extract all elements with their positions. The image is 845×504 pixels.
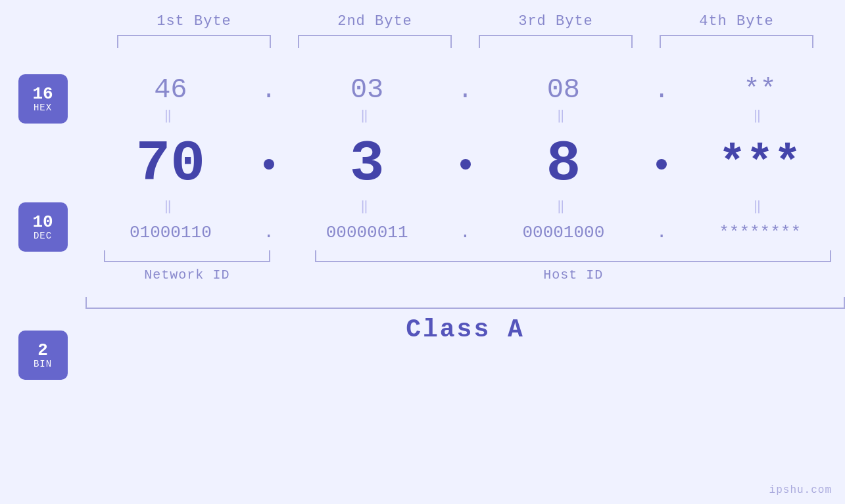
host-id-label: Host ID [543,267,603,283]
byte4-header: 4th Byte [646,13,827,30]
host-bracket-wrap [302,250,845,262]
net-host-labels-row: Network ID Host ID [85,267,845,283]
bin-values-row: 01000110 . 00000011 . 00001000 . [85,222,845,242]
bin-dot1: . [256,222,282,242]
class-label: Class A [85,315,845,344]
byte1-header: 1st Byte [104,13,285,30]
dec-b1-value: 70 [136,131,206,196]
hex-b2-cell: 03 [282,74,452,106]
full-width-bracket [85,297,845,309]
dec-b3-value: 8 [546,131,581,196]
byte2-header: 2nd Byte [285,13,466,30]
hex-dot3: . [648,76,675,104]
bottom-brackets-row [85,250,845,262]
bin-b2-cell: 00000011 [282,223,452,242]
watermark: ipshu.com [769,484,832,496]
hex-b1-cell: 46 [85,74,256,106]
data-rows-wrapper: 46 . 03 . 08 . ** [85,61,845,504]
bin-badge-number: 2 [37,341,48,360]
dec-values-row: 70 3 8 *** [85,131,845,196]
bin-b4-cell: ******** [675,223,845,242]
main-container: 1st Byte 2nd Byte 3rd Byte 4th Byte 16 H… [0,0,845,504]
top-bracket-1 [117,35,271,48]
sep-dec-bin: ‖ ‖ ‖ ‖ [85,198,845,214]
dec-b4-value: *** [719,138,802,190]
top-bracket-4 [660,35,813,48]
dec-badge: 10 DEC [18,202,68,252]
network-id-label: Network ID [144,267,229,283]
hex-b4-value: ** [743,74,776,106]
top-bracket-2 [298,35,452,48]
hex-dot1: . [256,76,282,104]
network-bracket [104,250,270,262]
hex-dot2: . [452,76,479,104]
hex-b3-value: 08 [547,74,580,106]
hex-b3-cell: 08 [479,74,649,106]
dec-dot1 [256,159,282,170]
dec-b1-cell: 70 [85,131,256,196]
hex-values-row: 46 . 03 . 08 . ** [85,74,845,106]
sep-hex-dec: ‖ ‖ ‖ ‖ [85,107,845,124]
bin-dot3: . [648,222,675,242]
bin-b1-value: 01000110 [130,223,212,242]
bin-b3-value: 00001000 [522,223,604,242]
top-bracket-3 [479,35,633,48]
hex-b4-cell: ** [675,74,845,106]
badge-column: 16 HEX 10 DEC 2 BIN [0,61,85,504]
dec-b2-cell: 3 [282,131,452,196]
hex-b1-value: 46 [154,74,187,106]
dec-badge-number: 10 [32,213,53,232]
byte3-header: 3rd Byte [466,13,646,30]
top-brackets [104,35,827,48]
host-bracket [315,250,831,262]
bin-dot2: . [452,222,479,242]
dec-badge-label: DEC [34,231,52,241]
hex-badge: 16 HEX [18,74,68,124]
bin-badge: 2 BIN [18,331,68,380]
bin-b3-cell: 00001000 [479,223,649,242]
hex-badge-label: HEX [34,103,52,113]
dec-b2-value: 3 [350,131,385,196]
bin-badge-label: BIN [34,359,52,369]
bin-b4-value: ******** [719,223,801,242]
hex-b2-value: 03 [350,74,383,106]
dec-b3-cell: 8 [479,131,649,196]
dec-dot3 [648,159,675,170]
hex-badge-number: 16 [32,85,53,104]
dec-dot2 [452,159,479,170]
network-bracket-wrap [85,250,289,262]
bin-b1-cell: 01000110 [85,223,256,242]
dec-b4-cell: *** [675,138,845,190]
byte-headers-row: 1st Byte 2nd Byte 3rd Byte 4th Byte [104,13,827,30]
bin-b2-value: 00000011 [326,223,408,242]
